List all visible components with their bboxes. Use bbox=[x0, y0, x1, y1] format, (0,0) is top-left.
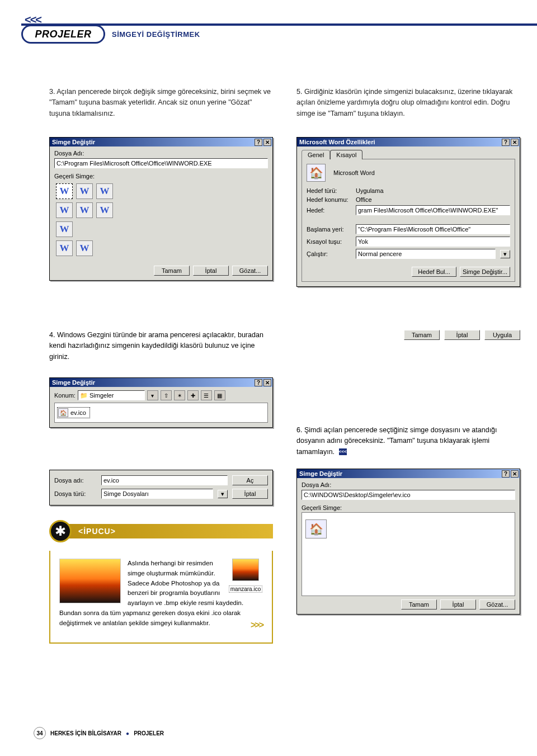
startin-label: Başlama yeri: bbox=[307, 226, 351, 233]
file-path-input[interactable]: C:\WINDOWS\Desktop\Simgeler\ev.ico bbox=[302, 490, 515, 500]
house-icon: 🏠 bbox=[58, 408, 68, 417]
change-icon-preview-dialog: Simge Değiştir ? ✕ Dosya Adı: C:\WINDOWS… bbox=[296, 469, 520, 615]
header-section-text: PROJELER bbox=[35, 29, 91, 40]
help-icon[interactable]: ? bbox=[502, 139, 510, 146]
ok-button[interactable]: Tamam bbox=[401, 599, 437, 609]
target-type-value: Uygulama bbox=[356, 187, 384, 194]
list-item[interactable]: 🏠 ev.ico bbox=[57, 407, 90, 418]
cancel-button[interactable]: İptal bbox=[440, 599, 476, 609]
file-name: ev.ico bbox=[70, 409, 86, 416]
step-3-text: 3. Açılan pencerede birçok değişik simge… bbox=[49, 87, 273, 119]
word-icon[interactable]: W bbox=[96, 202, 113, 218]
app-name: Microsoft Word bbox=[333, 169, 375, 176]
desktop-icon[interactable]: ✶ bbox=[174, 390, 185, 400]
browse-button[interactable]: Gözat... bbox=[479, 599, 515, 609]
browse-button[interactable]: Gözat... bbox=[232, 266, 268, 276]
step-4-text: 4. Windows Gezgini türünde bir arama pen… bbox=[49, 330, 273, 362]
house-icon[interactable]: 🏠 bbox=[305, 519, 327, 538]
file-type-select[interactable]: Simge Dosyaları bbox=[101, 489, 213, 499]
file-list[interactable]: 🏠 ev.ico bbox=[54, 403, 268, 423]
location-label: Konum: bbox=[54, 392, 76, 399]
dialog-titlebar: Simge Değiştir ? ✕ bbox=[50, 138, 272, 147]
details-view-icon[interactable]: ▦ bbox=[214, 390, 225, 400]
app-icon: 🏠 bbox=[307, 164, 326, 182]
page-footer: 34 HERKES İÇİN BİLGİSAYAR ● PROJELER bbox=[34, 727, 164, 739]
ok-button[interactable]: Tamam bbox=[154, 266, 190, 276]
dialog-title-text: Microsoft Word Özellikleri bbox=[299, 139, 375, 145]
tab-general[interactable]: Genel bbox=[302, 150, 330, 159]
landscape-thumb bbox=[232, 559, 259, 581]
header-badge: PROJELER bbox=[21, 25, 105, 44]
browse-dialog: Simge Değiştir ? ✕ Konum: 📁 Simgeler ▾ ⇧… bbox=[49, 377, 273, 428]
thumb-caption: manzara.ico bbox=[229, 585, 262, 593]
end-mark-icon: <<< bbox=[339, 448, 347, 455]
change-icon-button[interactable]: Simge Değiştir... bbox=[460, 267, 510, 277]
dropdown-icon[interactable]: ▾ bbox=[147, 390, 158, 400]
more-chevrons-icon: >>> bbox=[251, 618, 263, 632]
browse-dialog-bottom: Dosya adı: ev.ico Aç Dosya türü: Simge D… bbox=[49, 470, 273, 505]
close-icon[interactable]: ✕ bbox=[263, 379, 271, 386]
dialog-titlebar: Microsoft Word Özellikleri ? ✕ bbox=[297, 138, 520, 147]
word-icon[interactable]: W bbox=[56, 202, 73, 218]
word-icon[interactable]: W bbox=[56, 221, 73, 237]
target-label: Hedef: bbox=[307, 207, 351, 214]
find-target-button[interactable]: Hedef Bul... bbox=[412, 267, 456, 277]
word-icon[interactable]: W bbox=[96, 183, 113, 199]
list-view-icon[interactable]: ☰ bbox=[201, 390, 212, 400]
dialog-title-text: Simge Değiştir bbox=[299, 470, 342, 477]
dropdown-icon[interactable]: ▾ bbox=[218, 490, 228, 498]
word-icon[interactable]: W bbox=[76, 240, 93, 256]
dialog-titlebar: Simge Değiştir ? ✕ bbox=[297, 469, 520, 478]
file-name-label: Dosya adı: bbox=[54, 477, 97, 484]
page-number: 34 bbox=[34, 727, 46, 739]
apply-button[interactable]: Uygula bbox=[484, 330, 520, 340]
run-label: Çalıştır: bbox=[307, 251, 351, 257]
word-icon[interactable]: W bbox=[76, 202, 93, 218]
tip-heading: <İPUCU> bbox=[67, 524, 273, 538]
hotkey-label: Kısayol tuşu: bbox=[307, 238, 351, 245]
change-icon-dialog: Simge Değiştir ? ✕ Dosya Adı: C:\Program… bbox=[49, 137, 273, 281]
bullet-icon: ● bbox=[126, 730, 129, 736]
new-folder-icon[interactable]: ✚ bbox=[187, 390, 199, 400]
icon-grid[interactable]: WWW WWW W WW bbox=[54, 181, 268, 262]
help-icon[interactable]: ? bbox=[502, 470, 510, 478]
file-name-label: Dosya Adı: bbox=[54, 150, 268, 157]
footer-text-2: PROJELER bbox=[134, 730, 164, 736]
current-icon-label: Geçerli Simge: bbox=[302, 504, 515, 511]
target-loc-value: Office bbox=[356, 196, 372, 203]
ok-button[interactable]: Tamam bbox=[404, 330, 440, 340]
tab-shortcut[interactable]: Kısayol bbox=[330, 150, 362, 159]
close-icon[interactable]: ✕ bbox=[511, 139, 519, 146]
landscape-image bbox=[59, 559, 121, 603]
target-input[interactable]: gram Files\Microsoft Office\Office\WINWO… bbox=[356, 205, 510, 215]
step-5-text: 5. Girdiğiniz klasörün içinde simgenizi … bbox=[296, 87, 520, 119]
word-icon[interactable]: W bbox=[56, 240, 73, 256]
file-name-input[interactable]: ev.ico bbox=[101, 475, 228, 485]
cancel-button[interactable]: İptal bbox=[444, 330, 480, 340]
location-select[interactable]: 📁 Simgeler bbox=[78, 390, 145, 400]
tip-box: manzara.ico Aslında herhangi bir resimde… bbox=[49, 551, 273, 644]
close-icon[interactable]: ✕ bbox=[263, 139, 271, 146]
star-icon: ✱ bbox=[49, 520, 72, 542]
help-icon[interactable]: ? bbox=[255, 379, 262, 386]
properties-dialog: Microsoft Word Özellikleri ? ✕ Genel Kıs… bbox=[296, 137, 520, 287]
open-button[interactable]: Aç bbox=[232, 475, 268, 485]
footer-text-1: HERKES İÇİN BİLGİSAYAR bbox=[50, 730, 121, 736]
run-select[interactable]: Normal pencere bbox=[356, 249, 496, 259]
word-icon[interactable]: W bbox=[76, 183, 93, 199]
up-folder-icon[interactable]: ⇧ bbox=[161, 390, 172, 400]
file-name-label: Dosya Adı: bbox=[302, 481, 515, 488]
cancel-button[interactable]: İptal bbox=[193, 266, 229, 276]
dialog-title-text: Simge Değiştir bbox=[52, 379, 95, 386]
page-title: SİMGEYİ DEĞİŞTİRMEK bbox=[112, 30, 200, 39]
close-icon[interactable]: ✕ bbox=[511, 470, 519, 478]
tip-banner: ✱ <İPUCU> bbox=[49, 520, 273, 542]
file-type-label: Dosya türü: bbox=[54, 490, 97, 497]
dropdown-icon[interactable]: ▾ bbox=[500, 250, 510, 258]
hotkey-input[interactable]: Yok bbox=[356, 237, 510, 247]
file-path-input[interactable]: C:\Program Files\Microsoft Office\Office… bbox=[54, 158, 268, 168]
startin-input[interactable]: "C:\Program Files\Microsoft Office\Offic… bbox=[356, 224, 510, 234]
cancel-button[interactable]: İptal bbox=[232, 489, 268, 499]
word-icon[interactable]: W bbox=[56, 183, 73, 199]
help-icon[interactable]: ? bbox=[255, 139, 262, 146]
